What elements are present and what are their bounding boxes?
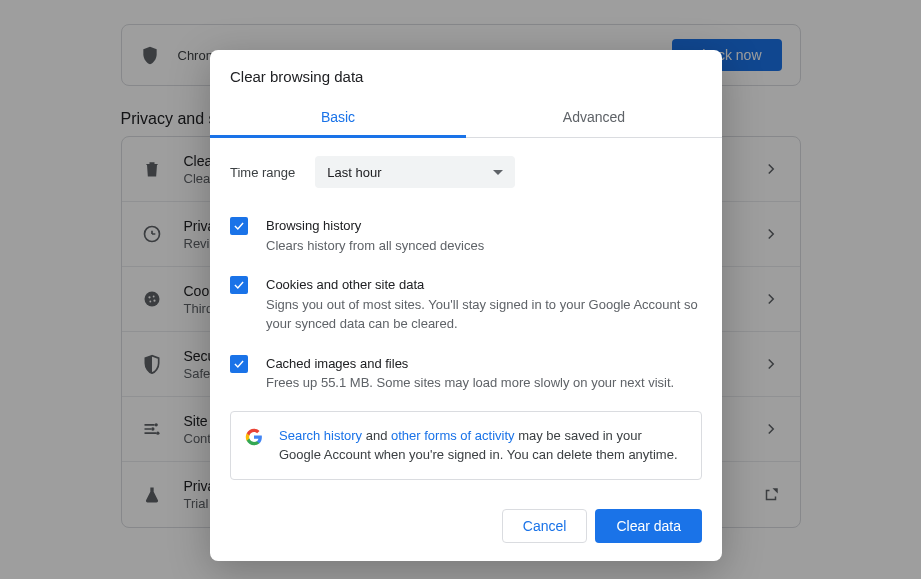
tab-advanced[interactable]: Advanced bbox=[466, 99, 722, 137]
item-title: Browsing history bbox=[266, 216, 702, 236]
notice-text: Search history and other forms of activi… bbox=[279, 426, 687, 465]
modal-body: Time range Last hour Browsing history Cl… bbox=[210, 138, 722, 495]
google-icon bbox=[245, 428, 263, 446]
modal-footer: Cancel Clear data bbox=[210, 495, 722, 561]
modal-tabs: Basic Advanced bbox=[210, 99, 722, 138]
check-item-cookies: Cookies and other site data Signs you ou… bbox=[230, 265, 702, 344]
time-range-label: Time range bbox=[230, 165, 295, 180]
notice-mid1: and bbox=[362, 428, 391, 443]
dropdown-arrow-icon bbox=[493, 170, 503, 175]
item-subtitle: Clears history from all synced devices bbox=[266, 236, 702, 256]
clear-browsing-data-modal: Clear browsing data Basic Advanced Time … bbox=[210, 50, 722, 561]
google-account-notice: Search history and other forms of activi… bbox=[230, 411, 702, 480]
checkbox-browsing-history[interactable] bbox=[230, 217, 248, 235]
time-range-row: Time range Last hour bbox=[230, 156, 702, 188]
check-item-cache: Cached images and files Frees up 55.1 MB… bbox=[230, 344, 702, 403]
item-title: Cookies and other site data bbox=[266, 275, 702, 295]
time-range-value: Last hour bbox=[327, 165, 381, 180]
tab-basic[interactable]: Basic bbox=[210, 99, 466, 137]
search-history-link[interactable]: Search history bbox=[279, 428, 362, 443]
item-text: Cookies and other site data Signs you ou… bbox=[266, 275, 702, 334]
check-item-browsing-history: Browsing history Clears history from all… bbox=[230, 206, 702, 265]
clear-data-button[interactable]: Clear data bbox=[595, 509, 702, 543]
item-title: Cached images and files bbox=[266, 354, 702, 374]
checkbox-cookies[interactable] bbox=[230, 276, 248, 294]
modal-title: Clear browsing data bbox=[210, 50, 722, 99]
cancel-button[interactable]: Cancel bbox=[502, 509, 588, 543]
item-text: Browsing history Clears history from all… bbox=[266, 216, 702, 255]
item-text: Cached images and files Frees up 55.1 MB… bbox=[266, 354, 702, 393]
time-range-select[interactable]: Last hour bbox=[315, 156, 515, 188]
other-activity-link[interactable]: other forms of activity bbox=[391, 428, 515, 443]
checkbox-cache[interactable] bbox=[230, 355, 248, 373]
item-subtitle: Signs you out of most sites. You'll stay… bbox=[266, 295, 702, 334]
item-subtitle: Frees up 55.1 MB. Some sites may load mo… bbox=[266, 373, 702, 393]
